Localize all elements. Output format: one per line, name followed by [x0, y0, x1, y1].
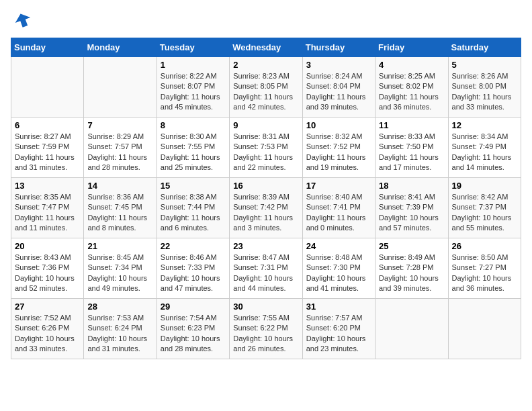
calendar-cell [11, 57, 84, 118]
calendar-week-1: 1Sunrise: 8:22 AMSunset: 8:07 PMDaylight… [11, 57, 521, 118]
calendar-cell: 18Sunrise: 8:41 AMSunset: 7:39 PMDayligh… [375, 178, 448, 238]
day-number: 30 [233, 302, 298, 312]
calendar-cell: 29Sunrise: 7:54 AMSunset: 6:23 PMDayligh… [157, 299, 229, 359]
calendar-cell: 17Sunrise: 8:40 AMSunset: 7:41 PMDayligh… [302, 178, 375, 238]
calendar-cell: 3Sunrise: 8:24 AMSunset: 8:04 PMDaylight… [302, 57, 375, 118]
day-info: Sunrise: 8:25 AMSunset: 8:02 PMDaylight:… [379, 71, 444, 113]
day-number: 4 [379, 60, 444, 70]
calendar-header: SundayMondayTuesdayWednesdayThursdayFrid… [11, 38, 521, 57]
day-number: 18 [379, 181, 444, 191]
weekday-header-monday: Monday [84, 38, 157, 57]
day-info: Sunrise: 8:22 AMSunset: 8:07 PMDaylight:… [161, 71, 226, 113]
day-info: Sunrise: 8:32 AMSunset: 7:52 PMDaylight:… [306, 132, 371, 173]
weekday-header-wednesday: Wednesday [230, 38, 302, 57]
weekday-header-friday: Friday [375, 38, 448, 57]
svg-marker-0 [13, 11, 32, 29]
day-number: 26 [452, 241, 517, 251]
day-info: Sunrise: 7:57 AMSunset: 6:20 PMDaylight:… [306, 313, 371, 355]
day-number: 21 [87, 241, 152, 251]
page-header [11, 11, 521, 32]
day-info: Sunrise: 8:41 AMSunset: 7:39 PMDaylight:… [379, 192, 444, 234]
day-number: 8 [161, 120, 226, 130]
calendar-cell: 11Sunrise: 8:33 AMSunset: 7:50 PMDayligh… [375, 118, 448, 178]
day-number: 16 [233, 181, 298, 191]
day-number: 24 [306, 241, 371, 251]
calendar-cell [375, 299, 448, 359]
day-info: Sunrise: 8:42 AMSunset: 7:37 PMDaylight:… [452, 192, 517, 234]
calendar-cell: 7Sunrise: 8:29 AMSunset: 7:57 PMDaylight… [84, 118, 157, 178]
weekday-header-thursday: Thursday [302, 38, 375, 57]
calendar-cell: 16Sunrise: 8:39 AMSunset: 7:42 PMDayligh… [230, 178, 302, 238]
calendar-cell: 12Sunrise: 8:34 AMSunset: 7:49 PMDayligh… [448, 118, 521, 178]
day-info: Sunrise: 8:39 AMSunset: 7:42 PMDaylight:… [233, 192, 298, 234]
calendar-week-4: 20Sunrise: 8:43 AMSunset: 7:36 PMDayligh… [11, 238, 521, 299]
day-info: Sunrise: 8:40 AMSunset: 7:41 PMDaylight:… [306, 192, 371, 234]
day-number: 5 [452, 60, 517, 70]
calendar-cell: 14Sunrise: 8:36 AMSunset: 7:45 PMDayligh… [84, 178, 157, 238]
calendar-cell: 24Sunrise: 8:48 AMSunset: 7:30 PMDayligh… [302, 238, 375, 299]
day-number: 7 [87, 120, 152, 130]
day-info: Sunrise: 8:46 AMSunset: 7:33 PMDaylight:… [161, 253, 226, 294]
calendar-cell: 23Sunrise: 8:47 AMSunset: 7:31 PMDayligh… [230, 238, 302, 299]
day-info: Sunrise: 8:33 AMSunset: 7:50 PMDaylight:… [379, 132, 444, 173]
day-info: Sunrise: 8:35 AMSunset: 7:47 PMDaylight:… [15, 192, 80, 234]
day-info: Sunrise: 8:48 AMSunset: 7:30 PMDaylight:… [306, 253, 371, 294]
calendar-cell: 2Sunrise: 8:23 AMSunset: 8:05 PMDaylight… [230, 57, 302, 118]
day-info: Sunrise: 8:27 AMSunset: 7:59 PMDaylight:… [15, 132, 80, 173]
day-number: 28 [87, 302, 152, 312]
calendar-cell: 27Sunrise: 7:52 AMSunset: 6:26 PMDayligh… [11, 299, 84, 359]
calendar-cell: 31Sunrise: 7:57 AMSunset: 6:20 PMDayligh… [302, 299, 375, 359]
day-info: Sunrise: 8:43 AMSunset: 7:36 PMDaylight:… [15, 253, 80, 294]
day-number: 1 [161, 60, 226, 70]
day-number: 14 [87, 181, 152, 191]
calendar-cell: 26Sunrise: 8:50 AMSunset: 7:27 PMDayligh… [448, 238, 521, 299]
calendar-cell [448, 299, 521, 359]
day-number: 25 [379, 241, 444, 251]
calendar-cell: 6Sunrise: 8:27 AMSunset: 7:59 PMDaylight… [11, 118, 84, 178]
day-info: Sunrise: 7:53 AMSunset: 6:24 PMDaylight:… [87, 313, 152, 355]
day-number: 27 [15, 302, 80, 312]
calendar-cell: 19Sunrise: 8:42 AMSunset: 7:37 PMDayligh… [448, 178, 521, 238]
day-info: Sunrise: 8:23 AMSunset: 8:05 PMDaylight:… [233, 71, 298, 113]
day-info: Sunrise: 8:38 AMSunset: 7:44 PMDaylight:… [161, 192, 226, 234]
calendar-cell: 1Sunrise: 8:22 AMSunset: 8:07 PMDaylight… [157, 57, 229, 118]
logo-bird-icon [13, 11, 32, 32]
day-number: 19 [452, 181, 517, 191]
calendar-table: SundayMondayTuesdayWednesdayThursdayFrid… [11, 38, 521, 359]
calendar-cell: 10Sunrise: 8:32 AMSunset: 7:52 PMDayligh… [302, 118, 375, 178]
day-number: 31 [306, 302, 371, 312]
calendar-week-5: 27Sunrise: 7:52 AMSunset: 6:26 PMDayligh… [11, 299, 521, 359]
day-number: 9 [233, 120, 298, 130]
day-info: Sunrise: 7:52 AMSunset: 6:26 PMDaylight:… [15, 313, 80, 355]
calendar-cell: 30Sunrise: 7:55 AMSunset: 6:22 PMDayligh… [230, 299, 302, 359]
day-info: Sunrise: 8:24 AMSunset: 8:04 PMDaylight:… [306, 71, 371, 113]
day-info: Sunrise: 8:34 AMSunset: 7:49 PMDaylight:… [452, 132, 517, 173]
day-number: 13 [15, 181, 80, 191]
calendar-week-2: 6Sunrise: 8:27 AMSunset: 7:59 PMDaylight… [11, 118, 521, 178]
logo [11, 11, 32, 32]
calendar-cell: 20Sunrise: 8:43 AMSunset: 7:36 PMDayligh… [11, 238, 84, 299]
day-info: Sunrise: 8:30 AMSunset: 7:55 PMDaylight:… [161, 132, 226, 173]
day-info: Sunrise: 8:31 AMSunset: 7:53 PMDaylight:… [233, 132, 298, 173]
calendar-cell: 13Sunrise: 8:35 AMSunset: 7:47 PMDayligh… [11, 178, 84, 238]
day-info: Sunrise: 8:36 AMSunset: 7:45 PMDaylight:… [87, 192, 152, 234]
calendar-cell: 8Sunrise: 8:30 AMSunset: 7:55 PMDaylight… [157, 118, 229, 178]
calendar-week-3: 13Sunrise: 8:35 AMSunset: 7:47 PMDayligh… [11, 178, 521, 238]
day-number: 23 [233, 241, 298, 251]
day-info: Sunrise: 8:49 AMSunset: 7:28 PMDaylight:… [379, 253, 444, 294]
calendar-cell: 28Sunrise: 7:53 AMSunset: 6:24 PMDayligh… [84, 299, 157, 359]
day-number: 29 [161, 302, 226, 312]
day-number: 15 [161, 181, 226, 191]
day-info: Sunrise: 7:54 AMSunset: 6:23 PMDaylight:… [161, 313, 226, 355]
day-info: Sunrise: 8:45 AMSunset: 7:34 PMDaylight:… [87, 253, 152, 294]
calendar-cell: 22Sunrise: 8:46 AMSunset: 7:33 PMDayligh… [157, 238, 229, 299]
calendar-cell: 21Sunrise: 8:45 AMSunset: 7:34 PMDayligh… [84, 238, 157, 299]
calendar-cell: 9Sunrise: 8:31 AMSunset: 7:53 PMDaylight… [230, 118, 302, 178]
day-info: Sunrise: 7:55 AMSunset: 6:22 PMDaylight:… [233, 313, 298, 355]
day-number: 22 [161, 241, 226, 251]
weekday-header-saturday: Saturday [448, 38, 521, 57]
day-info: Sunrise: 8:47 AMSunset: 7:31 PMDaylight:… [233, 253, 298, 294]
calendar-cell: 5Sunrise: 8:26 AMSunset: 8:00 PMDaylight… [448, 57, 521, 118]
day-info: Sunrise: 8:26 AMSunset: 8:00 PMDaylight:… [452, 71, 517, 113]
day-number: 2 [233, 60, 298, 70]
